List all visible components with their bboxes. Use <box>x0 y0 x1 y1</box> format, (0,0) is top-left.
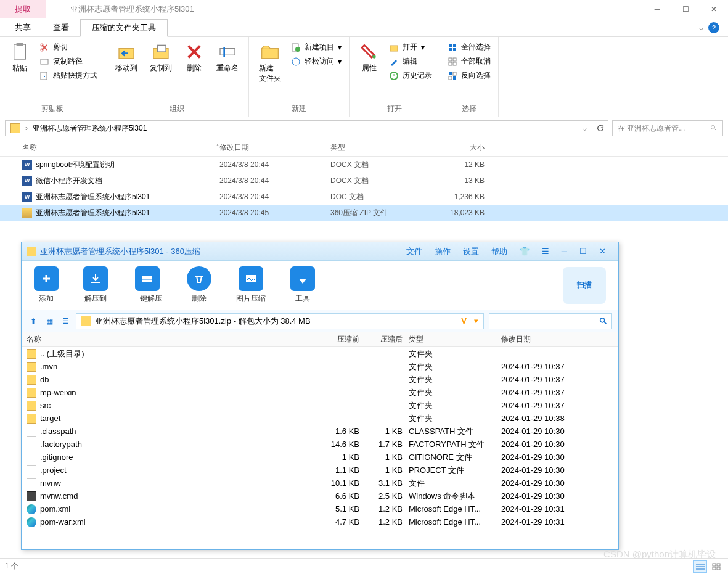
file-row[interactable]: Wspringboot环境配置说明2024/3/8 20:44DOCX 文档12… <box>0 157 728 173</box>
zip-row[interactable]: pom-war.xml4.7 KB1.2 KBMicrosoft Edge HT… <box>22 515 618 528</box>
zip-row[interactable]: .project1.1 KB1 KBPROJECT 文件2024-01-29 1… <box>22 464 618 477</box>
zip-add-button[interactable]: 添加 <box>34 266 59 304</box>
file-row[interactable]: 亚洲杯志愿者管理系统小程序5l3012024/3/8 20:45360压缩 ZI… <box>0 205 728 221</box>
file-type: DOC 文档 <box>330 192 423 202</box>
zip-file-date: 2024-01-29 10:30 <box>501 427 594 436</box>
menu-view[interactable]: 查看 <box>42 20 80 36</box>
status-text: 1 个 <box>5 561 18 572</box>
zip-maximize-button[interactable]: ☐ <box>579 247 587 256</box>
menu-zip-tools[interactable]: 压缩的文件夹工具 <box>80 19 168 37</box>
easyaccess-button[interactable]: 轻松访问 ▾ <box>291 56 342 67</box>
zip-icon <box>22 208 32 218</box>
newfolder-button[interactable]: 新建 文件夹 <box>254 39 286 86</box>
zip-extractto-button[interactable]: 解压到 <box>83 266 108 304</box>
minimize-button[interactable]: ─ <box>643 0 671 18</box>
file-row[interactable]: W微信小程序开发文档2024/3/8 20:44DOCX 文档13 KB <box>0 173 728 189</box>
copyto-button[interactable]: 复制到 <box>145 39 177 76</box>
chevron-down-icon[interactable]: ⌵ <box>699 23 703 32</box>
selectnone-button[interactable]: 全部取消 <box>448 56 491 67</box>
edit-button[interactable]: 编辑 <box>389 56 432 67</box>
zip-file-name: src <box>40 401 51 410</box>
zip-menu-operate[interactable]: 操作 <box>435 246 451 257</box>
properties-button[interactable]: 属性 <box>354 39 384 76</box>
address-bar: › 亚洲杯志愿者管理系统小程序5l301 ⌵ 在 亚洲杯志愿者管... <box>0 117 728 139</box>
zip-feedback-icon[interactable]: ☰ <box>542 247 549 256</box>
zip-row[interactable]: .mvn文件夹2024-01-29 10:37 <box>22 360 618 373</box>
view-details-button[interactable] <box>693 560 707 573</box>
help-icon[interactable]: ? <box>708 22 719 33</box>
moveto-button[interactable]: 移动到 <box>110 39 142 76</box>
zip-file-name: mvnw <box>40 478 61 488</box>
zip-oneclick-button[interactable]: 一键解压 <box>133 266 162 304</box>
zip-row[interactable]: .classpath1.6 KB1 KBCLASSPATH 文件2024-01-… <box>22 425 618 438</box>
folder-icon <box>27 349 36 359</box>
zip-row[interactable]: db文件夹2024-01-29 10:37 <box>22 373 618 386</box>
svg-rect-26 <box>449 72 452 75</box>
zip-menu-help[interactable]: 帮助 <box>491 246 507 257</box>
refresh-button[interactable] <box>592 120 608 136</box>
zip-row[interactable]: .factorypath14.6 KB1.7 KBFACTORYPATH 文件2… <box>22 438 618 451</box>
zip-file-icon <box>81 316 91 326</box>
zip-minimize-button[interactable]: ─ <box>562 247 567 256</box>
view-icons-button[interactable] <box>710 560 723 573</box>
zip-file-date: 2024-01-29 10:30 <box>501 465 594 475</box>
zip-search-input[interactable] <box>489 313 612 329</box>
search-input[interactable]: 在 亚洲杯志愿者管... <box>612 120 723 136</box>
copy-path-button[interactable]: 复制路径 <box>39 56 97 67</box>
word-icon: W <box>22 192 32 202</box>
zip-view2-button[interactable]: ☰ <box>60 316 71 327</box>
close-button[interactable]: ✕ <box>700 0 728 18</box>
file-row[interactable]: W亚洲杯志愿者管理系统小程序5l3012024/3/8 20:44DOC 文档1… <box>0 189 728 205</box>
context-tab[interactable]: 提取 <box>0 0 46 18</box>
zip-skin-icon[interactable]: 👕 <box>520 247 530 256</box>
edge-icon <box>27 504 36 514</box>
zip-file-name: pom-war.xml <box>40 517 86 527</box>
selectall-button[interactable]: 全部选择 <box>448 42 491 52</box>
ribbon: 粘贴 剪切 复制路径 粘贴快捷方式 剪贴板 移动到 复制到 删除 重命名 组织 … <box>0 37 728 117</box>
svg-rect-24 <box>449 62 452 65</box>
zip-row[interactable]: target文件夹2024-01-29 10:38 <box>22 412 618 425</box>
zip-menu-settings[interactable]: 设置 <box>463 246 479 257</box>
zip-size-before: 6.6 KB <box>310 491 359 501</box>
svg-point-15 <box>372 55 375 58</box>
newitem-button[interactable]: 新建项目 ▾ <box>291 42 342 52</box>
zip-column-headers[interactable]: 名称 压缩前 压缩后 类型 修改日期 <box>22 332 618 347</box>
zip-size-before: 5.1 KB <box>310 504 359 514</box>
rename-button[interactable]: 重命名 <box>211 39 243 76</box>
zip-row[interactable]: mvnw.cmd6.6 KB2.5 KBWindows 命令脚本2024-01-… <box>22 490 618 502</box>
zip-titlebar[interactable]: 亚洲杯志愿者管理系统小程序5l301 - 360压缩 文件 操作 设置 帮助 👕… <box>22 242 618 261</box>
zip-scan-button[interactable]: 扫描 <box>563 267 606 304</box>
zip-row[interactable]: src文件夹2024-01-29 10:37 <box>22 399 618 412</box>
chevron-down-icon[interactable]: ▾ <box>474 316 478 326</box>
open-button[interactable]: 打开 ▾ <box>389 42 432 52</box>
file-type: DOCX 文档 <box>330 160 423 170</box>
zip-row[interactable]: mvnw10.1 KB3.1 KB文件2024-01-29 10:30 <box>22 477 618 490</box>
cut-button[interactable]: 剪切 <box>39 42 97 52</box>
zip-row[interactable]: .gitignore1 KB1 KBGITIGNORE 文件2024-01-29… <box>22 451 618 464</box>
zip-row[interactable]: mp-weixin文件夹2024-01-29 10:37 <box>22 386 618 399</box>
maximize-button[interactable]: ☐ <box>671 0 700 18</box>
zip-path-input[interactable]: 亚洲杯志愿者管理系统小程序5l301.zip - 解包大小为 38.4 MB V… <box>76 313 484 329</box>
history-button[interactable]: 历史记录 <box>389 70 432 81</box>
zip-row[interactable]: .. (上级目录)文件夹 <box>22 347 618 360</box>
zip-app-icon <box>27 247 36 256</box>
zip-view1-button[interactable]: ▦ <box>44 316 55 327</box>
zip-file-date: 2024-01-29 10:37 <box>501 401 594 410</box>
zip-menu-file[interactable]: 文件 <box>406 246 422 257</box>
window-title: 亚洲杯志愿者管理系统小程序5l301 <box>46 4 194 15</box>
breadcrumb[interactable]: 亚洲杯志愿者管理系统小程序5l301 <box>33 123 147 134</box>
paste-shortcut-button[interactable]: 粘贴快捷方式 <box>39 70 97 81</box>
invert-button[interactable]: 反向选择 <box>448 70 491 81</box>
zip-up-button[interactable]: ⬆ <box>28 316 39 327</box>
zip-row[interactable]: pom.xml5.1 KB1.2 KBMicrosoft Edge HT...2… <box>22 502 618 515</box>
paste-button[interactable]: 粘贴 <box>5 39 35 76</box>
zip-tools-button[interactable]: 工具 <box>290 266 315 304</box>
address-path[interactable]: › 亚洲杯志愿者管理系统小程序5l301 ⌵ <box>5 120 592 136</box>
zip-close-button[interactable]: ✕ <box>599 247 606 256</box>
column-headers[interactable]: 名称˄ 修改日期 类型 大小 <box>0 139 728 157</box>
delete-button[interactable]: 删除 <box>179 39 209 76</box>
menu-share[interactable]: 共享 <box>4 20 42 36</box>
zip-file-name: .. (上级目录) <box>40 348 84 359</box>
zip-delete-button[interactable]: 删除 <box>187 266 211 304</box>
zip-imgcompress-button[interactable]: 图片压缩 <box>236 266 266 304</box>
